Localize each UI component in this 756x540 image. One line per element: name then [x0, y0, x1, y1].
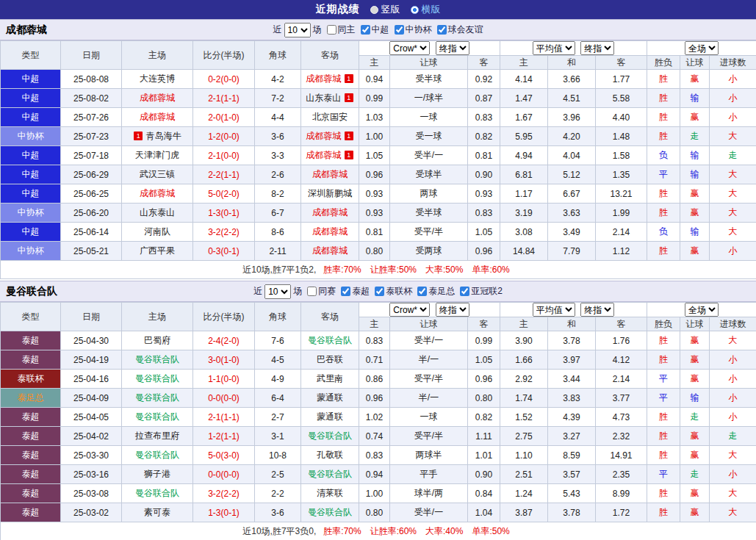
home-team-name[interactable]: 成都蓉城: [140, 188, 175, 198]
score-cell[interactable]: 1-2(0-0): [193, 127, 255, 146]
filter-acl2-checkbox[interactable]: [460, 287, 469, 296]
scope-select[interactable]: 全场: [685, 303, 719, 317]
score-cell[interactable]: 2-1(1-1): [193, 408, 255, 427]
score-cell[interactable]: 5-0(3-0): [193, 446, 255, 465]
filter-thai-fa-cup[interactable]: 泰足总: [417, 285, 455, 298]
score-cell[interactable]: 0-3(0-1): [193, 242, 255, 261]
filter-thai-fa-cup-checkbox[interactable]: [417, 287, 427, 296]
score-cell[interactable]: 1-1(0-0): [193, 370, 255, 389]
home-team-name[interactable]: 曼谷联合队: [135, 373, 179, 384]
scope-select[interactable]: 全场: [685, 41, 719, 55]
home-team-name[interactable]: 山东泰山: [140, 207, 175, 217]
home-team-cell[interactable]: 1 青岛海牛: [122, 127, 193, 146]
odds-company-select[interactable]: Crow*: [389, 41, 430, 55]
away-team-cell[interactable]: 成都蓉城: [301, 165, 359, 184]
filter-same-home[interactable]: 同主: [327, 24, 356, 36]
filter-thai-league-checkbox[interactable]: [341, 287, 350, 296]
radio-selected-icon[interactable]: [411, 6, 419, 14]
away-team-name[interactable]: 成都蓉城: [306, 150, 341, 160]
home-team-name[interactable]: 大连英博: [140, 73, 175, 84]
layout-option-horizontal[interactable]: 横版: [411, 3, 441, 16]
score-cell[interactable]: 1-3(0-1): [193, 503, 255, 522]
home-team-name[interactable]: 巴蜀府: [144, 335, 170, 345]
score-cell[interactable]: 0-2(0-0): [193, 70, 255, 89]
away-team-cell[interactable]: 成都蓉城: [301, 204, 359, 223]
score-cell[interactable]: 0-0(0-0): [193, 389, 255, 408]
away-team-cell[interactable]: 成都蓉城 1: [301, 127, 359, 146]
away-team-cell[interactable]: 曼谷联合队: [301, 331, 359, 350]
filter-same-season[interactable]: 同赛: [307, 285, 336, 298]
filter-club-friendly-checkbox[interactable]: [437, 25, 447, 35]
home-team-cell[interactable]: 曼谷联合队: [122, 389, 193, 408]
home-team-cell[interactable]: 狮子港: [122, 465, 193, 484]
home-team-cell[interactable]: 拉查布里府: [122, 427, 193, 446]
score-cell[interactable]: 0-0(0-0): [193, 465, 255, 484]
away-team-cell[interactable]: 曼谷联合队: [301, 503, 359, 522]
home-team-name[interactable]: 曼谷联合队: [135, 488, 179, 498]
home-team-cell[interactable]: 曼谷联合队: [122, 370, 193, 389]
home-team-name[interactable]: 曼谷联合队: [135, 354, 179, 364]
home-team-cell[interactable]: 曼谷联合队: [122, 484, 193, 503]
score-cell[interactable]: 1-2(1-1): [193, 427, 255, 446]
away-team-cell[interactable]: 深圳新鹏城: [301, 184, 359, 204]
score-cell[interactable]: 3-2(2-2): [193, 223, 255, 242]
filter-acl2[interactable]: 亚冠联2: [460, 285, 503, 298]
home-team-cell[interactable]: 成都蓉城: [122, 184, 193, 204]
score-cell[interactable]: 2-0(1-0): [193, 108, 255, 127]
radio-unselected-icon[interactable]: [370, 6, 378, 14]
away-team-cell[interactable]: 山东泰山 1: [301, 89, 359, 108]
home-team-cell[interactable]: 成都蓉城: [122, 89, 193, 108]
away-team-cell[interactable]: 曼谷联合队: [301, 465, 359, 484]
filter-cfa-cup[interactable]: 中协杯: [395, 24, 432, 36]
away-team-name[interactable]: 巴吞联: [317, 354, 343, 364]
away-team-name[interactable]: 深圳新鹏城: [308, 188, 352, 198]
score-cell[interactable]: 5-0(2-0): [193, 184, 255, 204]
home-team-name[interactable]: 曼谷联合队: [135, 450, 179, 460]
away-team-name[interactable]: 清莱联: [317, 488, 343, 498]
away-team-name[interactable]: 成都蓉城: [312, 226, 348, 237]
home-team-cell[interactable]: 曼谷联合队: [122, 408, 193, 427]
away-team-cell[interactable]: 成都蓉城: [301, 242, 359, 261]
home-team-name[interactable]: 广西平果: [140, 245, 175, 256]
away-team-name[interactable]: 成都蓉城: [312, 207, 348, 217]
home-team-name[interactable]: 曼谷联合队: [135, 411, 179, 422]
away-team-name[interactable]: 成都蓉城: [306, 73, 341, 84]
home-team-cell[interactable]: 山东泰山: [122, 204, 193, 223]
away-team-cell[interactable]: 曼谷联合队: [301, 427, 359, 446]
score-cell[interactable]: 3-0(1-0): [193, 350, 255, 370]
filter-cfa-cup-checkbox[interactable]: [395, 25, 404, 35]
away-team-cell[interactable]: 孔敬联: [301, 446, 359, 465]
filter-csl-checkbox[interactable]: [361, 25, 370, 35]
odds-stage-select[interactable]: 终指: [436, 303, 469, 317]
away-team-cell[interactable]: 成都蓉城: [301, 223, 359, 242]
home-team-cell[interactable]: 广西平果: [122, 242, 193, 261]
average-select[interactable]: 平均值: [533, 303, 575, 317]
average-stage-select[interactable]: 终指: [580, 303, 614, 317]
filter-club-friendly[interactable]: 球会友谊: [437, 24, 483, 36]
score-cell[interactable]: 1-3(0-1): [193, 204, 255, 223]
away-team-name[interactable]: 曼谷联合队: [308, 335, 352, 345]
away-team-name[interactable]: 蒙通联: [317, 411, 343, 422]
away-team-cell[interactable]: 成都蓉城 1: [301, 70, 359, 89]
filter-thai-league-cup[interactable]: 泰联杯: [375, 285, 412, 298]
home-team-cell[interactable]: 河南队: [122, 223, 193, 242]
away-team-cell[interactable]: 蒙通联: [301, 408, 359, 427]
home-team-name[interactable]: 素可泰: [144, 507, 170, 517]
away-team-name[interactable]: 成都蓉城: [312, 245, 348, 256]
away-team-cell[interactable]: 成都蓉城 1: [301, 146, 359, 165]
home-team-cell[interactable]: 成都蓉城: [122, 108, 193, 127]
score-cell[interactable]: 2-4(2-0): [193, 331, 255, 350]
odds-stage-select[interactable]: 终指: [436, 41, 469, 55]
home-team-cell[interactable]: 大连英博: [122, 70, 193, 89]
home-team-name[interactable]: 河南队: [144, 226, 170, 237]
match-count-select[interactable]: 10: [284, 23, 311, 37]
filter-thai-league-cup-checkbox[interactable]: [375, 287, 384, 296]
away-team-name[interactable]: 北京国安: [312, 112, 348, 122]
filter-same-home-checkbox[interactable]: [327, 25, 336, 35]
away-team-name[interactable]: 曼谷联合队: [308, 431, 352, 441]
away-team-name[interactable]: 孔敬联: [317, 450, 343, 460]
score-cell[interactable]: 2-2(1-1): [193, 165, 255, 184]
home-team-cell[interactable]: 天津津门虎: [122, 146, 193, 165]
home-team-cell[interactable]: 巴蜀府: [122, 331, 193, 350]
average-select[interactable]: 平均值: [533, 41, 575, 55]
